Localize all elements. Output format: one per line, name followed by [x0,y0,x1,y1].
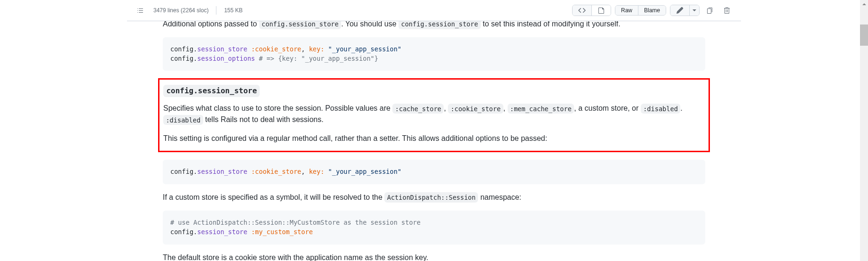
code-token: config [170,228,193,236]
blame-button[interactable]: Blame [638,6,666,15]
size-info: 155 KB [224,7,242,14]
code-token: :cookie_store [247,45,302,53]
edit-group [670,5,700,16]
inline-code: :disabled [641,104,681,114]
trash-icon [723,7,731,14]
code-token: "_your_app_session" [328,45,402,53]
code-token: config [170,168,193,175]
content-area: Additional options passed to config.sess… [127,18,741,261]
text: namespace: [478,193,521,201]
code-token: # use ActionDispatch::Session::MyCustomS… [170,219,421,226]
code-token: "_your_app_session" [328,168,402,175]
lines-info: 3479 lines (2264 sloc) [153,7,208,14]
inline-code: :disabled [163,115,203,125]
code-block-2: config.session_store :cookie_store, key:… [163,160,705,184]
scrollbar-thumb[interactable] [860,24,868,46]
section-heading: config.session_store [163,86,705,95]
code-token: # => {key: "_your_app_session"} [255,55,378,62]
description-paragraph-1: Specifies what class to use to store the… [163,103,705,125]
text: Specifies what class to use to store the… [163,104,392,112]
text: , [503,104,508,112]
code-token: key: [309,45,328,53]
raw-button[interactable]: Raw [615,6,638,15]
toc-icon[interactable] [135,5,146,16]
delete-button[interactable] [720,4,733,17]
text: . [680,104,682,112]
scrollbar-up-button[interactable] [860,0,868,8]
inline-code: :cookie_store [448,104,503,114]
code-block-3: # use ActionDispatch::Session::MyCustomS… [163,211,705,244]
text: If a custom store is specified as a symb… [163,193,384,201]
inline-code: :mem_cache_store [508,104,574,114]
code-token: session_store [197,168,247,175]
description-paragraph-2: This setting is configured via a regular… [163,133,705,144]
namespace-paragraph: If a custom store is specified as a symb… [163,192,705,203]
rendered-view-button[interactable] [592,5,611,16]
view-mode-group [572,5,611,16]
text: , a custom store, or [574,104,640,112]
edit-dropdown-button[interactable] [690,5,699,16]
text: tells Rails not to deal with sessions. [203,115,324,123]
heading-code: config.session_store [163,85,260,97]
text: , [444,104,448,112]
file-info: 3479 lines (2264 sloc) 155 KB [135,5,243,16]
edit-button[interactable] [670,5,690,16]
source-view-button[interactable] [573,5,592,16]
inline-code: :cache_store [392,104,444,114]
copy-icon [706,7,714,14]
code-token: session_store [197,228,247,236]
scrollbar[interactable] [860,0,868,261]
highlighted-section: config.session_store Specifies what clas… [158,78,710,152]
code-token: config [170,55,193,62]
code-token: :my_custom_store [247,228,313,236]
code-token: , [301,45,309,53]
caret-down-icon [693,7,696,14]
code-token: :cookie_store [247,168,302,175]
code-token: session_store [197,45,247,53]
code-token: , [301,168,309,175]
divider [216,6,216,15]
raw-blame-group: Raw Blame [615,5,666,16]
code-token: config [170,45,193,53]
copy-button[interactable] [703,4,717,17]
code-token: session_options [197,55,255,62]
default-store-paragraph: The default store is a cookie store with… [163,252,705,261]
chevron-up-icon [862,2,867,7]
inline-code: ActionDispatch::Session [384,192,478,202]
code-token: key: [309,168,328,175]
file-actions: Raw Blame [572,4,733,17]
code-block-1: config.session_store :cookie_store, key:… [163,37,705,71]
file-header: 3479 lines (2264 sloc) 155 KB Raw Blame [127,0,741,21]
